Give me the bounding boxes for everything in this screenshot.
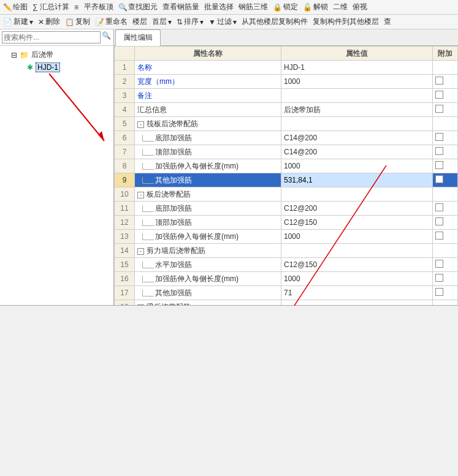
floor-select[interactable]: 首层 ▾ [152,17,172,27]
prop-row[interactable]: 14-剪力墙后浇带配筋 [115,244,458,258]
tb-sum[interactable]: ∑ 汇总计算 [32,2,69,12]
tree-child[interactable]: ✱HJD-1 [2,61,111,74]
prop-row[interactable]: 18-梁后浇带配筋 [115,300,458,306]
tb-2d[interactable]: 二维 [333,2,348,12]
del-button[interactable]: ✕删除 [38,17,60,27]
look-button[interactable]: 查 [384,17,391,27]
tb-view-rebar[interactable]: 查看钢筋量 [162,2,199,12]
tb-3d[interactable]: 钢筋三维 [239,2,268,12]
tree: ⊟📁后浇带 ✱HJD-1 [0,46,113,305]
floor-label: 楼层 [132,17,147,27]
prop-row[interactable]: 10-板后浇带配筋 [115,187,458,202]
tb-top[interactable]: 俯视 [353,2,367,12]
content: 属性编辑 属性名称属性值附加 1名称HJD-12宽度（mm）10003备注4汇总… [114,29,458,305]
tree-root[interactable]: ⊟📁后浇带 [2,48,111,61]
search-bar: 🔍 [0,29,113,46]
new-button[interactable]: 📄新建 ▾ [3,17,33,27]
copyto-button[interactable]: 复制构件到其他楼层 [313,17,379,27]
toolbar-2: 📄新建 ▾ ✕删除 📋复制 📝重命名 楼层 首层 ▾ ⇅排序 ▾ ▼过滤 ▾ 从… [0,15,458,29]
prop-row[interactable]: 3备注 [115,89,458,103]
property-grid: 属性名称属性值附加 1名称HJD-12宽度（mm）10003备注4汇总信息后浇带… [114,46,458,305]
filter-button[interactable]: ▼过滤 ▾ [208,17,237,27]
toolbar-1: ✏️绘图 ∑ 汇总计算 ≡平齐板顶 🔍查找图元 查看钢筋量 批量选择 钢筋三维 … [0,0,458,15]
tb-lock[interactable]: 🔒锁定 [273,2,298,12]
tb-flat[interactable]: ≡平齐板顶 [74,2,113,12]
prop-row[interactable]: 13加强筋伸入每侧长度(mm)1000 [115,230,458,244]
sort-button[interactable]: ⇅排序 ▾ [177,17,204,27]
col-add: 附加 [433,47,458,61]
search-input[interactable] [2,31,101,43]
prop-row[interactable]: 8加强筋伸入每侧长度(mm)1000 [115,159,458,173]
tabs: 属性编辑 [114,29,458,46]
prop-row[interactable]: 4汇总信息后浇带加筋 [115,103,458,117]
prop-row[interactable]: 6底部加强筋C14@200 [115,131,458,145]
sidebar: 🔍 ⊟📁后浇带 ✱HJD-1 [0,29,114,305]
prop-row[interactable]: 2宽度（mm）1000 [115,75,458,89]
prop-row[interactable]: 16加强筋伸入每侧长度(mm)1000 [115,272,458,286]
search-icon[interactable]: 🔍 [101,31,112,43]
prop-row[interactable]: 17其他加强筋71 [115,286,458,300]
rename-button[interactable]: 📝重命名 [95,17,128,27]
prop-row[interactable]: 1名称HJD-1 [115,61,458,75]
copy-button[interactable]: 📋复制 [65,17,90,27]
tab-properties[interactable]: 属性编辑 [115,29,161,46]
tb-batch[interactable]: 批量选择 [204,2,234,12]
tb-unlock[interactable]: 🔓解锁 [303,2,328,12]
prop-row[interactable]: 5-筏板后浇带配筋 [115,117,458,131]
prop-row[interactable]: 7顶部加强筋C14@200 [115,145,458,159]
tb-draw[interactable]: ✏️绘图 [3,2,28,12]
prop-row[interactable]: 9其他加强筋531,84,1 [115,173,458,187]
tb-find[interactable]: 🔍查找图元 [118,2,158,12]
copyfrom-button[interactable]: 从其他楼层复制构件 [242,17,308,27]
prop-row[interactable]: 15水平加强筋C12@150 [115,258,458,272]
prop-row[interactable]: 12顶部加强筋C12@150 [115,216,458,230]
col-value: 属性值 [281,47,433,61]
prop-row[interactable]: 11底部加强筋C12@200 [115,202,458,216]
col-name: 属性名称 [135,47,281,61]
